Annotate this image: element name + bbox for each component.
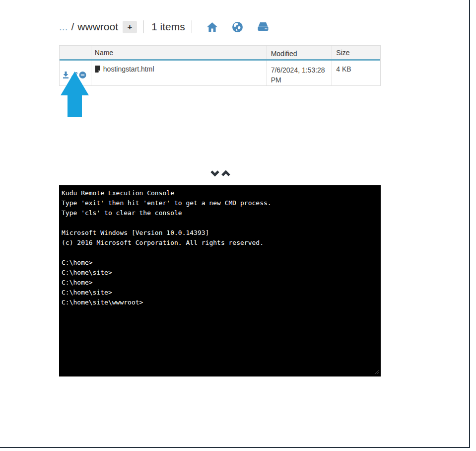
file-modified: 7/6/2024, 1:53:28 PM: [267, 61, 333, 85]
console-line: C:\home\site\wwwroot>: [62, 298, 377, 307]
breadcrumb-separator: /: [71, 21, 74, 33]
console-line: C:\home>: [62, 278, 377, 288]
table-row: hostingstart.html 7/6/2024, 1:53:28 PM 4…: [60, 61, 380, 85]
console-line: (c) 2016 Microsoft Corporation. All righ…: [62, 238, 377, 248]
resize-grip-icon[interactable]: [374, 370, 380, 376]
home-icon[interactable]: [206, 21, 218, 33]
kudu-console[interactable]: Kudu Remote Execution Console Type 'exit…: [59, 185, 381, 376]
console-line: Microsoft Windows [Version 10.0.14393]: [62, 228, 377, 238]
file-name: hostingstart.html: [103, 65, 154, 73]
kudu-window: ... / wwwroot + 1 items: [0, 0, 470, 448]
toolbar-divider: [192, 20, 192, 33]
breadcrumb-parent-link[interactable]: ...: [59, 21, 68, 33]
console-line: C:\home>: [62, 258, 377, 268]
console-line: [62, 248, 377, 258]
items-count: 1 items: [151, 21, 185, 33]
delete-minus-icon[interactable]: [79, 71, 86, 79]
toolbar-divider: [143, 20, 144, 33]
column-header-actions: [60, 46, 91, 59]
breadcrumb-current-folder: wwwroot: [77, 21, 118, 33]
file-table: Name Modified Size: [59, 45, 381, 86]
console-line: C:\home\site>: [62, 268, 377, 278]
globe-icon[interactable]: [232, 21, 244, 33]
chevron-up-icon[interactable]: [221, 169, 232, 178]
edit-pencil-icon[interactable]: [70, 71, 78, 79]
column-header-modified: Modified: [267, 46, 333, 59]
console-toggles: [210, 169, 232, 178]
console-line: [62, 218, 377, 228]
console-line: Type 'cls' to clear the console: [62, 208, 377, 218]
column-header-name: Name: [91, 46, 267, 59]
file-icon: [95, 66, 100, 74]
file-name-cell: hostingstart.html: [91, 61, 267, 85]
table-header-row: Name Modified Size: [60, 46, 380, 61]
toolbar-icons: [206, 21, 282, 33]
hard-drive-icon[interactable]: [257, 21, 269, 33]
column-header-size: Size: [332, 46, 380, 59]
new-item-button[interactable]: +: [123, 21, 137, 33]
file-size: 4 KB: [332, 61, 380, 85]
chevron-down-icon[interactable]: [210, 169, 221, 178]
breadcrumb: ... / wwwroot + 1 items: [59, 19, 282, 35]
download-icon[interactable]: [62, 71, 69, 79]
console-line: C:\home\site>: [62, 288, 377, 298]
console-line: Kudu Remote Execution Console: [62, 188, 377, 198]
row-actions: [60, 61, 91, 85]
console-line: Type 'exit' then hit 'enter' to get a ne…: [62, 198, 377, 208]
